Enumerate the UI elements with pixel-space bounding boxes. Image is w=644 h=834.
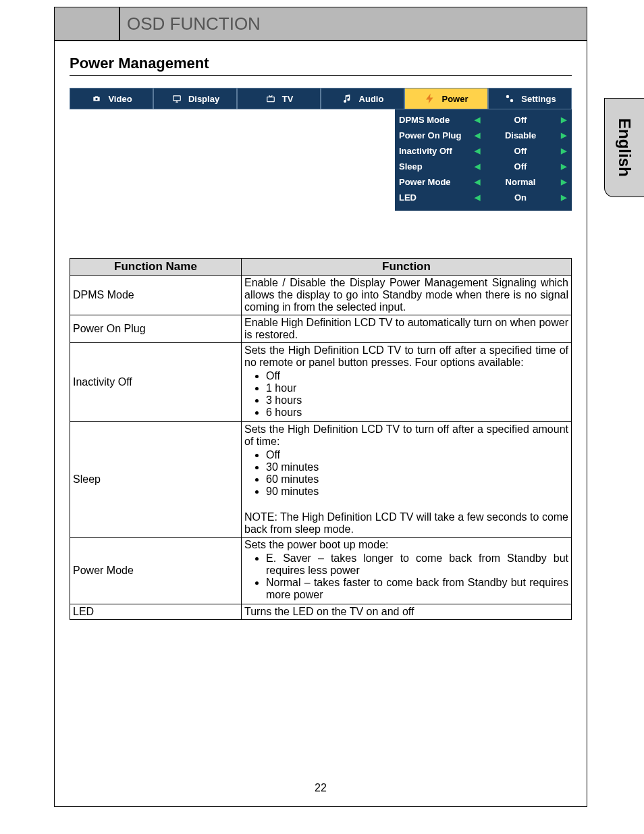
row-desc-intro: Sets the High Definition LCD TV to turn … [244, 423, 568, 447]
row-bullets: Off 1 hour 3 hours 6 hours [266, 370, 568, 419]
arrow-right-icon[interactable]: ▶ [560, 162, 568, 171]
header-bar: OSD FUNCTION [55, 7, 587, 41]
osd-row-value: Off [481, 115, 560, 125]
tv-icon [265, 93, 277, 105]
arrow-left-icon[interactable]: ◀ [473, 162, 481, 171]
osd-row-value: Off [481, 161, 560, 172]
section-title: Power Management [70, 55, 572, 76]
osd-tab-label: Audio [359, 94, 384, 104]
osd-row-led[interactable]: LED ◀ On ▶ [399, 190, 568, 205]
header-title: OSD FUNCTION [120, 7, 587, 40]
table-row: Inactivity Off Sets the High Definition … [70, 343, 572, 422]
osd-tab-label: Power [441, 94, 468, 104]
osd-tab-tv[interactable]: TV [237, 88, 321, 109]
row-name: Power On Plug [70, 315, 242, 343]
osd-power-panel: DPMS Mode ◀ Off ▶ Power On Plug ◀ Disabl… [395, 109, 572, 211]
osd-tab-bar: Video Display TV Audio [70, 88, 572, 109]
row-name: Inactivity Off [70, 343, 242, 422]
arrow-right-icon[interactable]: ▶ [560, 178, 568, 186]
row-name: LED [70, 604, 242, 620]
page-number: 22 [55, 782, 587, 794]
table-row: LED Turns the LED on the TV on and off [70, 604, 572, 620]
row-name: DPMS Mode [70, 276, 242, 315]
row-desc-intro: Sets the High Definition LCD TV to turn … [244, 344, 568, 368]
list-item: 90 minutes [266, 486, 568, 498]
language-tab: English [604, 98, 644, 197]
osd-tab-display[interactable]: Display [153, 88, 237, 109]
svg-rect-0 [173, 96, 181, 101]
table-row: Power Mode Sets the power boot up mode: … [70, 538, 572, 604]
page-frame: OSD FUNCTION Power Management Video Disp… [54, 7, 587, 807]
osd-row-label: Power On Plug [399, 130, 473, 140]
osd-tab-label: TV [282, 94, 294, 104]
osd-row-value: Off [481, 146, 560, 156]
table-row: Sleep Sets the High Definition LCD TV to… [70, 422, 572, 538]
arrow-right-icon[interactable]: ▶ [560, 147, 568, 155]
table-header-func: Function [242, 259, 572, 276]
function-table: Function Name Function DPMS Mode Enable … [70, 258, 572, 620]
osd-row-label: Inactivity Off [399, 146, 473, 156]
row-desc-outro: NOTE: The High Definition LCD TV will ta… [244, 511, 568, 535]
osd-row-value: Normal [481, 177, 560, 187]
table-row: DPMS Mode Enable / Disable the Display P… [70, 276, 572, 315]
table-header-row: Function Name Function [70, 259, 572, 276]
list-item: 30 minutes [266, 461, 568, 473]
osd-row-poweronplug[interactable]: Power On Plug ◀ Disable ▶ [399, 128, 568, 143]
row-bullets: E. Saver – takes longer to come back fro… [266, 552, 568, 601]
table-row: Power On Plug Enable High Definition LCD… [70, 315, 572, 343]
arrow-left-icon[interactable]: ◀ [473, 131, 481, 140]
svg-rect-1 [267, 97, 274, 102]
osd-tab-label: Settings [521, 94, 556, 104]
row-desc: Sets the High Definition LCD TV to turn … [242, 422, 572, 538]
list-item: Off [266, 449, 568, 461]
arrow-right-icon[interactable]: ▶ [560, 193, 568, 202]
music-icon [342, 93, 354, 105]
row-name: Sleep [70, 422, 242, 538]
arrow-right-icon[interactable]: ▶ [560, 131, 568, 140]
svg-point-3 [510, 99, 514, 103]
power-icon [424, 93, 436, 105]
gears-icon [504, 93, 516, 105]
row-bullets: Off 30 minutes 60 minutes 90 minutes [266, 449, 568, 498]
osd-tab-label: Video [108, 94, 132, 104]
language-tab-label: English [615, 118, 634, 177]
list-item: 1 hour [266, 382, 568, 394]
arrow-left-icon[interactable]: ◀ [473, 193, 481, 202]
row-desc: Enable / Disable the Display Power Manag… [242, 276, 572, 315]
osd-menu: Video Display TV Audio [70, 88, 572, 211]
arrow-left-icon[interactable]: ◀ [473, 115, 481, 124]
osd-row-label: LED [399, 192, 473, 203]
osd-row-label: DPMS Mode [399, 115, 473, 125]
osd-row-sleep[interactable]: Sleep ◀ Off ▶ [399, 159, 568, 174]
osd-row-powermode[interactable]: Power Mode ◀ Normal ▶ [399, 174, 568, 190]
osd-tab-audio[interactable]: Audio [321, 88, 404, 109]
list-item: Normal – takes faster to come back from … [266, 577, 568, 601]
arrow-left-icon[interactable]: ◀ [473, 178, 481, 186]
row-desc: Turns the LED on the TV on and off [242, 604, 572, 620]
osd-row-value: On [481, 192, 560, 203]
arrow-right-icon[interactable]: ▶ [560, 115, 568, 124]
arrow-left-icon[interactable]: ◀ [473, 147, 481, 155]
osd-row-label: Sleep [399, 161, 473, 172]
list-item: 6 hours [266, 407, 568, 419]
row-name: Power Mode [70, 538, 242, 604]
row-desc-intro: Sets the power boot up mode: [244, 539, 388, 550]
row-desc: Sets the High Definition LCD TV to turn … [242, 343, 572, 422]
table-header-name: Function Name [70, 259, 242, 276]
list-item: 3 hours [266, 394, 568, 407]
row-desc: Sets the power boot up mode: E. Saver – … [242, 538, 572, 604]
osd-row-label: Power Mode [399, 177, 473, 187]
svg-point-2 [506, 95, 510, 99]
osd-tab-power[interactable]: Power [404, 88, 488, 109]
osd-row-value: Disable [481, 130, 560, 140]
list-item: E. Saver – takes longer to come back fro… [266, 552, 568, 577]
osd-tab-label: Display [188, 94, 219, 104]
monitor-icon [171, 93, 183, 105]
osd-row-dpms[interactable]: DPMS Mode ◀ Off ▶ [399, 112, 568, 128]
header-empty-cell [55, 7, 120, 40]
osd-tab-video[interactable]: Video [70, 88, 153, 109]
osd-tab-settings[interactable]: Settings [488, 88, 572, 109]
osd-row-inactivity[interactable]: Inactivity Off ◀ Off ▶ [399, 143, 568, 159]
list-item: 60 minutes [266, 473, 568, 486]
camera-icon [90, 93, 103, 105]
